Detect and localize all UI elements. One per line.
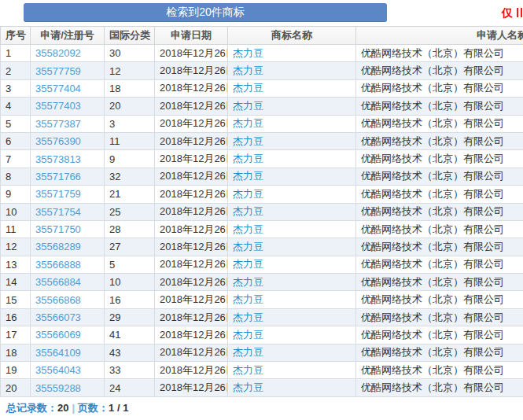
- cell-intl-class: 5: [105, 256, 155, 273]
- cell-applicant: 优酷网络技术（北京）有限公司: [356, 115, 523, 132]
- cell-intl-class: 28: [105, 220, 155, 238]
- cell-seq: 3: [1, 79, 31, 97]
- table-row: 9 35571759 21 2018年12月26日 杰力豆 优酷网络技术（北京）…: [1, 186, 523, 203]
- cell-mark-name-link[interactable]: 杰力豆: [228, 379, 356, 396]
- cell-mark-name-link[interactable]: 杰力豆: [228, 220, 356, 238]
- pages-value: 1 / 1: [109, 402, 128, 414]
- table-body: 1 35582092 30 2018年12月26日 杰力豆 优酷网络技术（北京）…: [1, 45, 523, 397]
- col-header-app-date: 申请日期: [155, 27, 228, 45]
- cell-mark-name-link[interactable]: 杰力豆: [228, 256, 356, 273]
- cell-mark-name-link[interactable]: 杰力豆: [228, 79, 356, 97]
- table-row: 10 35571754 25 2018年12月26日 杰力豆 优酷网络技术（北京…: [1, 203, 523, 220]
- cell-intl-class: 33: [105, 362, 155, 379]
- col-header-applicant: 申请人名称: [356, 27, 523, 45]
- cell-seq: 14: [1, 274, 31, 291]
- cell-seq: 19: [1, 362, 31, 379]
- cell-app-date: 2018年12月26日: [155, 62, 228, 79]
- cell-seq: 17: [1, 326, 31, 344]
- cell-intl-class: 30: [105, 45, 155, 62]
- cell-intl-class: 27: [105, 238, 155, 256]
- cell-reg-no-link[interactable]: 35577387: [31, 115, 105, 132]
- cell-applicant: 优酷网络技术（北京）有限公司: [356, 186, 523, 203]
- cell-reg-no-link[interactable]: 35576390: [31, 132, 105, 149]
- cell-reg-no-link[interactable]: 35582092: [31, 45, 105, 62]
- cell-mark-name-link[interactable]: 杰力豆: [228, 45, 356, 62]
- search-result-count-button[interactable]: 检索到20件商标: [24, 3, 387, 21]
- cell-mark-name-link[interactable]: 杰力豆: [228, 238, 356, 256]
- cell-seq: 10: [1, 203, 31, 220]
- cell-seq: 16: [1, 308, 31, 326]
- cell-reg-no-link[interactable]: 35577404: [31, 79, 105, 97]
- cell-mark-name-link[interactable]: 杰力豆: [228, 168, 356, 185]
- cell-app-date: 2018年12月26日: [155, 308, 228, 326]
- total-records-value: 20: [57, 402, 68, 414]
- cell-reg-no-link[interactable]: 35571766: [31, 168, 105, 185]
- cell-mark-name-link[interactable]: 杰力豆: [228, 186, 356, 203]
- table-row: 19 35564043 33 2018年12月26日 杰力豆 优酷网络技术（北京…: [1, 362, 523, 379]
- table-row: 2 35577759 12 2018年12月26日 杰力豆 优酷网络技术（北京）…: [1, 62, 523, 79]
- total-records-label: 总记录数：: [6, 402, 57, 414]
- cell-intl-class: 3: [105, 115, 155, 132]
- cell-reg-no-link[interactable]: 35571754: [31, 203, 105, 220]
- cell-intl-class: 20: [105, 98, 155, 115]
- cell-mark-name-link[interactable]: 杰力豆: [228, 115, 356, 132]
- cell-reg-no-link[interactable]: 35577403: [31, 98, 105, 115]
- cell-reg-no-link[interactable]: 35566069: [31, 326, 105, 344]
- cell-app-date: 2018年12月26日: [155, 256, 228, 273]
- cell-app-date: 2018年12月26日: [155, 220, 228, 238]
- table-row: 13 35566888 5 2018年12月26日 杰力豆 优酷网络技术（北京）…: [1, 256, 523, 273]
- cell-app-date: 2018年12月26日: [155, 344, 228, 361]
- cell-app-date: 2018年12月26日: [155, 168, 228, 185]
- table-row: 6 35576390 11 2018年12月26日 杰力豆 优酷网络技术（北京）…: [1, 132, 523, 149]
- cell-app-date: 2018年12月26日: [155, 274, 228, 291]
- cell-reg-no-link[interactable]: 35573813: [31, 150, 105, 168]
- table-row: 18 35564109 43 2018年12月26日 杰力豆 优酷网络技术（北京…: [1, 344, 523, 361]
- cell-reg-no-link[interactable]: 35566888: [31, 256, 105, 273]
- cell-mark-name-link[interactable]: 杰力豆: [228, 291, 356, 308]
- top-bar: 检索到20件商标 仅: [0, 0, 523, 26]
- col-header-mark-name: 商标名称: [228, 27, 356, 45]
- table-row: 11 35571750 28 2018年12月26日 杰力豆 优酷网络技术（北京…: [1, 220, 523, 238]
- cell-intl-class: 18: [105, 79, 155, 97]
- cell-mark-name-link[interactable]: 杰力豆: [228, 274, 356, 291]
- cell-reg-no-link[interactable]: 35568289: [31, 238, 105, 256]
- table-row: 20 35559288 24 2018年12月26日 杰力豆 优酷网络技术（北京…: [1, 379, 523, 396]
- cell-reg-no-link[interactable]: 35559288: [31, 379, 105, 396]
- cell-mark-name-link[interactable]: 杰力豆: [228, 362, 356, 379]
- table-row: 7 35573813 9 2018年12月26日 杰力豆 优酷网络技术（北京）有…: [1, 150, 523, 168]
- cell-mark-name-link[interactable]: 杰力豆: [228, 98, 356, 115]
- cell-reg-no-link[interactable]: 35571750: [31, 220, 105, 238]
- pages-label: 页数：: [78, 402, 109, 414]
- cell-reg-no-link[interactable]: 35564109: [31, 344, 105, 361]
- table-row: 5 35577387 3 2018年12月26日 杰力豆 优酷网络技术（北京）有…: [1, 115, 523, 132]
- cell-mark-name-link[interactable]: 杰力豆: [228, 203, 356, 220]
- cell-mark-name-link[interactable]: 杰力豆: [228, 326, 356, 344]
- cell-intl-class: 32: [105, 168, 155, 185]
- cell-applicant: 优酷网络技术（北京）有限公司: [356, 168, 523, 185]
- table-row: 15 35566868 16 2018年12月26日 杰力豆 优酷网络技术（北京…: [1, 291, 523, 308]
- cell-mark-name-link[interactable]: 杰力豆: [228, 132, 356, 149]
- cell-reg-no-link[interactable]: 35571759: [31, 186, 105, 203]
- cell-applicant: 优酷网络技术（北京）有限公司: [356, 79, 523, 97]
- cell-seq: 8: [1, 168, 31, 185]
- cell-reg-no-link[interactable]: 35566884: [31, 274, 105, 291]
- cell-reg-no-link[interactable]: 35577759: [31, 62, 105, 79]
- cell-seq: 7: [1, 150, 31, 168]
- cell-reg-no-link[interactable]: 35566868: [31, 291, 105, 308]
- cell-mark-name-link[interactable]: 杰力豆: [228, 150, 356, 168]
- cell-applicant: 优酷网络技术（北京）有限公司: [356, 98, 523, 115]
- cell-applicant: 优酷网络技术（北京）有限公司: [356, 238, 523, 256]
- cell-mark-name-link[interactable]: 杰力豆: [228, 344, 356, 361]
- cell-seq: 12: [1, 238, 31, 256]
- cell-applicant: 优酷网络技术（北京）有限公司: [356, 326, 523, 344]
- cell-mark-name-link[interactable]: 杰力豆: [228, 308, 356, 326]
- table-header: 序号 申请/注册号 国际分类 申请日期 商标名称 申请人名称: [1, 27, 523, 45]
- cell-mark-name-link[interactable]: 杰力豆: [228, 62, 356, 79]
- cell-reg-no-link[interactable]: 35564043: [31, 362, 105, 379]
- cell-intl-class: 16: [105, 291, 155, 308]
- cell-seq: 15: [1, 291, 31, 308]
- cell-app-date: 2018年12月26日: [155, 45, 228, 62]
- cell-app-date: 2018年12月26日: [155, 150, 228, 168]
- cell-reg-no-link[interactable]: 35566073: [31, 308, 105, 326]
- cell-seq: 9: [1, 186, 31, 203]
